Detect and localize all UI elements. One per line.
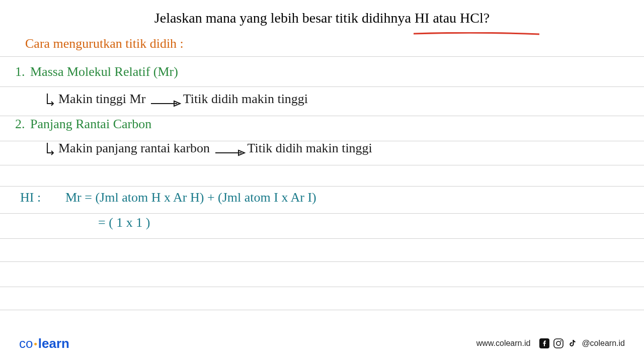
rule2-sub: Makin panjang rantai karbon Titik didih …: [45, 141, 372, 156]
rule2-title: Panjang Rantai Carbon: [30, 117, 151, 132]
svg-point-2: [556, 341, 560, 345]
subarrow-icon: [45, 143, 56, 156]
gridline: [0, 213, 644, 214]
subarrow-icon: [45, 94, 56, 107]
gridline: [0, 56, 644, 57]
facebook-icon: [539, 338, 549, 348]
arrow-icon: [151, 96, 181, 104]
logo-dot: •: [34, 339, 37, 349]
logo: co•learn: [19, 336, 69, 351]
rule2-sub-pre: Makin panjang rantai karbon: [58, 141, 210, 155]
footer-right: www.colearn.id @colearn.id: [476, 338, 625, 348]
calc-line2: = ( 1 x 1 ): [98, 215, 150, 230]
rule1-sub-post: Titik didih makin tinggi: [183, 92, 308, 106]
rule1-title: Massa Molekul Relatif (Mr): [30, 64, 178, 79]
logo-co: co: [19, 336, 33, 351]
social-group: @colearn.id: [539, 338, 625, 348]
intro-line: Cara mengurutkan titik didih :: [25, 36, 184, 51]
calc-lhs: Mr =: [65, 190, 92, 205]
gridline: [0, 261, 644, 262]
gridline: [0, 186, 644, 187]
gridline: [0, 116, 644, 116]
rule1-number: 1.: [15, 64, 25, 79]
gridline: [0, 287, 644, 287]
calc-rhs: (Jml atom H x Ar H) + (Jml atom I x Ar I…: [95, 190, 316, 205]
notebook-page: Jelaskan mana yang lebih besar titik did…: [0, 0, 644, 362]
red-underline: [414, 28, 539, 31]
gridline: [0, 310, 644, 310]
gridline: [0, 86, 644, 87]
social-handle: @colearn.id: [582, 339, 625, 348]
tiktok-icon: [568, 338, 578, 348]
calc-line1: Mr = (Jml atom H x Ar H) + (Jml atom I x…: [65, 190, 316, 205]
rule1-sub: Makin tinggi Mr Titik didih makin tinggi: [45, 92, 308, 107]
footer: co•learn www.colearn.id @colearn.id: [0, 336, 644, 351]
instagram-icon: [553, 338, 564, 348]
logo-learn: learn: [38, 336, 69, 351]
rule1-sub-pre: Makin tinggi Mr: [58, 92, 145, 106]
calc-label: HI :: [20, 190, 41, 205]
footer-url: www.colearn.id: [476, 339, 531, 348]
arrow-icon: [215, 145, 246, 153]
gridline: [0, 238, 644, 239]
svg-point-3: [560, 340, 561, 341]
svg-rect-1: [554, 339, 563, 348]
rule2-sub-post: Titik didih makin tinggi: [248, 141, 372, 155]
rule2-number: 2.: [15, 117, 25, 132]
gridline: [0, 165, 644, 165]
question-text: Jelaskan mana yang lebih besar titik did…: [0, 10, 644, 26]
